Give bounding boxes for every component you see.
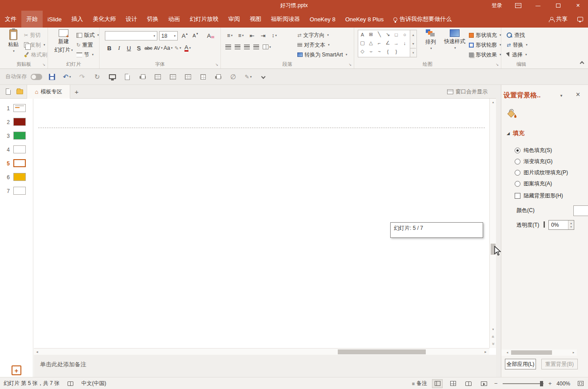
font-color-button[interactable]: A▾ bbox=[183, 44, 192, 52]
zoom-in-button[interactable]: + bbox=[548, 380, 552, 387]
shape-rounded-rectangle[interactable]: ▢ bbox=[358, 39, 367, 47]
shape-effects-button[interactable]: 形状效果▾ bbox=[469, 50, 501, 60]
quick-styles-button[interactable]: 快速样式 ▾ bbox=[442, 29, 467, 50]
tab-onekey8[interactable]: OneKey 8 bbox=[305, 11, 340, 28]
paint-bucket-icon[interactable] bbox=[506, 108, 517, 119]
print-preview-button[interactable] bbox=[122, 71, 133, 83]
shape-curve[interactable]: ~ bbox=[375, 47, 384, 56]
strikethrough-button[interactable]: abc bbox=[144, 44, 153, 52]
increase-indent-button[interactable]: ⇥ bbox=[259, 31, 268, 40]
clear-formatting-button[interactable]: A bbox=[206, 31, 215, 40]
tab-design[interactable]: 设计 bbox=[121, 11, 142, 28]
shape-arc[interactable]: ⌣ bbox=[367, 47, 375, 56]
minimize-button[interactable]: — bbox=[528, 0, 548, 11]
start-slideshow-button[interactable] bbox=[107, 71, 118, 83]
tab-islide[interactable]: iSlide bbox=[43, 11, 67, 28]
tab-view[interactable]: 视图 bbox=[245, 11, 266, 28]
tab-slideshow[interactable]: 幻灯片放映 bbox=[185, 11, 224, 28]
justify-button[interactable] bbox=[253, 44, 259, 49]
slide-thumbnail-2[interactable]: 2 bbox=[0, 118, 33, 128]
text-shadow-button[interactable]: S bbox=[134, 44, 143, 52]
font-size-combo[interactable]: 18▾ bbox=[159, 31, 178, 40]
shape-oval[interactable]: ○ bbox=[400, 30, 409, 39]
window-merge-button[interactable]: 窗口合并显示 bbox=[447, 85, 488, 99]
columns-button[interactable]: ▾ bbox=[263, 44, 271, 49]
pane-menu-button[interactable]: ▼ bbox=[560, 94, 563, 98]
slideshow-view-button[interactable] bbox=[479, 379, 489, 388]
shape-fill-button[interactable]: 形状填充▾ bbox=[469, 30, 501, 40]
pane-horizontal-scrollbar[interactable]: ◄ ► bbox=[501, 349, 577, 356]
shape-right-brace[interactable]: } bbox=[392, 47, 400, 56]
text-direction-button[interactable]: ⇄文字方向▾ bbox=[297, 30, 347, 40]
line-spacing-button[interactable]: ↕▾ bbox=[270, 31, 279, 40]
numbering-button[interactable]: ≡▾ bbox=[236, 31, 245, 40]
layout-button[interactable]: 版式▾ bbox=[76, 30, 99, 40]
convert-smartart-button[interactable]: 转换为 SmartArt▾ bbox=[297, 50, 347, 60]
italic-button[interactable]: I bbox=[115, 44, 124, 52]
zoom-slider[interactable] bbox=[503, 383, 544, 384]
find-button[interactable]: 查找 bbox=[507, 30, 528, 40]
paragraph-dialog-launcher[interactable]: ↘ bbox=[348, 62, 352, 67]
increase-font-button[interactable]: A▲ bbox=[180, 31, 189, 40]
transparency-input[interactable]: 0% ▲▼ bbox=[548, 220, 574, 230]
tab-insert[interactable]: 插入 bbox=[67, 11, 88, 28]
arrange-button[interactable]: 排列 ▾ bbox=[421, 29, 440, 50]
clipboard-dialog-launcher[interactable]: ↘ bbox=[41, 62, 46, 67]
print-settings-button[interactable] bbox=[212, 71, 224, 83]
change-case-button[interactable]: Aa▾ bbox=[164, 44, 172, 52]
reading-view-button[interactable] bbox=[463, 379, 474, 388]
pattern-fill-option[interactable]: 图案填充(A) bbox=[515, 180, 552, 188]
shape-vertical-text-box[interactable]: ⊞ bbox=[367, 30, 375, 39]
next-slide-button[interactable]: « bbox=[490, 341, 496, 347]
notes-toggle-button[interactable]: ≡备注 bbox=[412, 380, 427, 387]
no-fill-button[interactable]: ∅ bbox=[228, 71, 239, 83]
slide-sorter-view-button[interactable] bbox=[448, 379, 458, 388]
comments-button[interactable] bbox=[572, 11, 588, 28]
align-objects-button[interactable] bbox=[197, 71, 208, 83]
autosave-toggle[interactable] bbox=[31, 74, 42, 80]
align-left-button[interactable] bbox=[225, 44, 231, 49]
reset-button[interactable]: ↻重置 bbox=[76, 40, 99, 50]
tab-onekey8plus[interactable]: OneKey 8 Plus bbox=[340, 11, 389, 28]
zoom-level-indicator[interactable]: 400% bbox=[556, 381, 570, 387]
paste-button[interactable]: 粘贴 ▾ bbox=[4, 29, 23, 53]
close-button[interactable]: ✕ bbox=[568, 0, 588, 11]
scroll-right-button[interactable]: ► bbox=[482, 349, 489, 355]
copy-button[interactable]: 复制▾ bbox=[24, 40, 47, 50]
hide-background-checkbox[interactable]: 隐藏背景图形(H) bbox=[515, 192, 563, 200]
slide-thumbnail-3[interactable]: 3 bbox=[0, 132, 33, 142]
font-dialog-launcher[interactable]: ↘ bbox=[214, 62, 219, 67]
underline-button[interactable]: U bbox=[124, 44, 133, 52]
character-spacing-button[interactable]: AV▾ bbox=[154, 44, 163, 52]
transparency-slider-thumb[interactable] bbox=[544, 221, 545, 228]
scroll-up-button[interactable]: ▲ bbox=[490, 99, 496, 105]
ribbon-display-options-button[interactable] bbox=[508, 0, 528, 11]
tab-animations[interactable]: 动画 bbox=[164, 11, 185, 28]
gradient-fill-option[interactable]: 渐变填充(G) bbox=[515, 158, 552, 165]
share-button[interactable]: 共享 bbox=[544, 11, 572, 28]
shape-down-arrow[interactable]: ↓ bbox=[400, 39, 409, 47]
fit-to-window-button[interactable] bbox=[575, 379, 586, 388]
decrease-font-button[interactable]: A▼ bbox=[191, 31, 200, 40]
align-text-button[interactable]: 对齐文本▾ bbox=[297, 40, 347, 50]
slide-thumbnail-5[interactable]: 5 bbox=[0, 159, 33, 170]
save-button[interactable] bbox=[46, 71, 57, 83]
horizontal-scrollbar[interactable]: ◄ ► bbox=[34, 348, 489, 355]
template-zone-tab[interactable]: ⌂ 模板专区 bbox=[27, 85, 70, 99]
slide-number-indicator[interactable]: 幻灯片 第 5 张，共 7 张 bbox=[4, 380, 60, 387]
pane-scrollbar-thumb[interactable] bbox=[511, 350, 552, 355]
slide-thumbnail-1[interactable]: 1 bbox=[0, 104, 33, 115]
tab-home[interactable]: 开始 bbox=[21, 11, 43, 28]
shape-line[interactable]: ╲ bbox=[375, 30, 384, 39]
decrease-indent-button[interactable]: ⇤ bbox=[248, 31, 256, 40]
new-document-button[interactable] bbox=[3, 86, 14, 97]
color-picker-button[interactable] bbox=[573, 205, 588, 216]
open-document-button[interactable] bbox=[14, 86, 25, 97]
zoom-slider-thumb[interactable] bbox=[540, 381, 543, 386]
redo-button[interactable]: ↷ bbox=[76, 71, 88, 83]
tell-me-box[interactable]: 告诉我你想要做什么 bbox=[388, 11, 456, 28]
pane-scroll-left-button[interactable]: ◄ bbox=[504, 349, 511, 356]
bullets-button[interactable]: ≡▾ bbox=[225, 31, 234, 40]
cut-button[interactable]: ✂剪切 bbox=[24, 30, 47, 40]
shape-triangle[interactable]: △ bbox=[367, 39, 375, 47]
